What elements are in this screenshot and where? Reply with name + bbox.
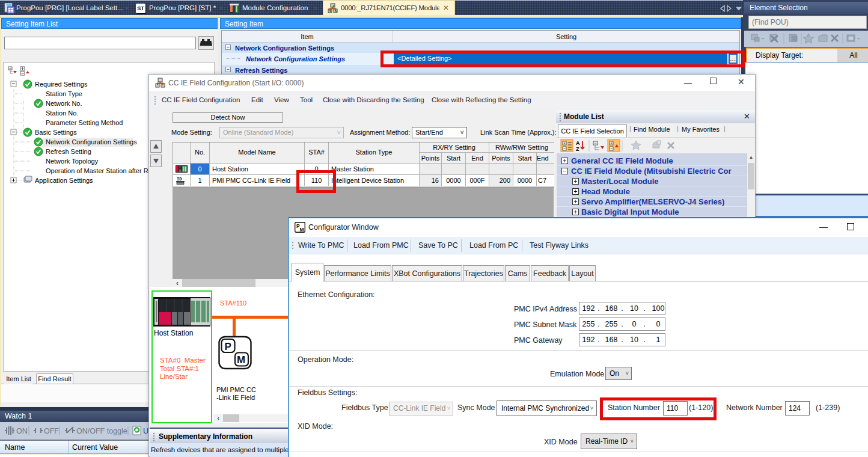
svg-text:A: A — [576, 140, 580, 146]
svg-text:Application Settings: Application Settings — [35, 177, 93, 184]
svg-text:Basic Settings: Basic Settings — [35, 129, 77, 136]
svg-text:OFF: OFF — [44, 427, 59, 435]
svg-text:Operation of Master Station af: Operation of Master Station after Rec — [46, 167, 156, 174]
svg-text:Refresh Setting: Refresh Setting — [46, 148, 91, 155]
svg-text:Required Settings: Required Settings — [35, 81, 88, 88]
svg-text:ON/OFF toggle: ON/OFF toggle — [76, 427, 127, 435]
svg-text:M: M — [300, 227, 304, 233]
svg-text:M: M — [237, 354, 245, 366]
svg-text:P: P — [225, 341, 231, 352]
svg-text:Parameter Setting Method: Parameter Setting Method — [46, 119, 123, 126]
svg-text:Network Configuration Settings: Network Configuration Settings — [46, 138, 137, 146]
svg-text:ID: ID — [177, 177, 182, 182]
svg-text:Station No.: Station No. — [46, 109, 78, 117]
svg-text:Z: Z — [576, 146, 579, 152]
svg-text:Network No.: Network No. — [46, 100, 82, 107]
svg-text:ON: ON — [16, 427, 28, 435]
svg-text:Station Type: Station Type — [46, 90, 82, 97]
svg-text:Network Topology: Network Topology — [46, 158, 99, 165]
svg-text:U: U — [143, 427, 148, 435]
